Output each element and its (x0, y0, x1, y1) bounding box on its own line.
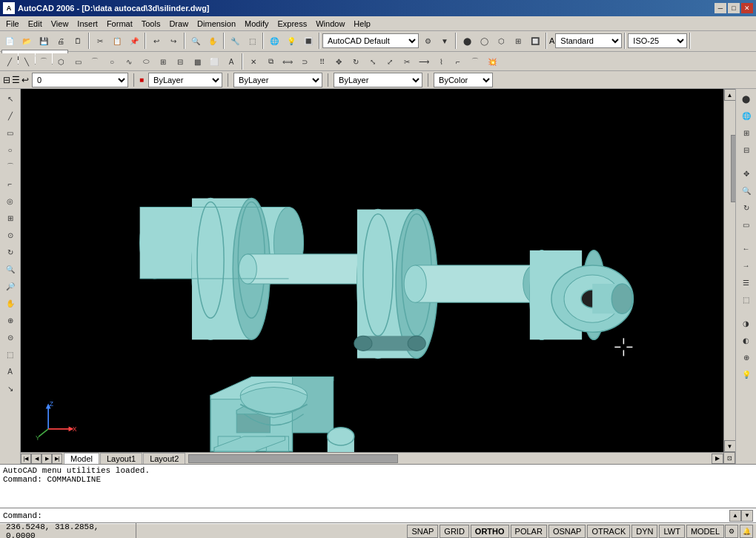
fillet-button[interactable]: ⌒ (467, 53, 483, 70)
right-tool-3[interactable]: ⊞ (738, 124, 755, 141)
print-preview-button[interactable]: 🗒 (70, 33, 86, 49)
linetype-dropdown[interactable]: ByLayer (233, 73, 322, 87)
ortho-button[interactable]: ORTHO (471, 525, 509, 538)
right-tool-16[interactable]: 💡 (738, 366, 755, 382)
layer-dropdown[interactable]: 0 (32, 73, 128, 87)
menu-item-format[interactable]: Format (102, 18, 137, 30)
zoom-button[interactable]: 🔍 (188, 33, 204, 49)
right-tool-6[interactable]: 🔍 (738, 182, 755, 199)
properties-button[interactable]: 🔧 (227, 33, 243, 49)
menu-item-draw[interactable]: Draw (165, 18, 193, 30)
scale-button[interactable]: ⤡ (365, 53, 381, 70)
menu-item-tools[interactable]: Tools (137, 18, 165, 30)
command-input[interactable] (45, 511, 729, 520)
explode-button[interactable]: 💥 (484, 53, 500, 70)
break-button[interactable]: ⌇ (433, 53, 449, 70)
polygon-button[interactable]: ⬡ (53, 53, 69, 70)
move-button[interactable]: ✥ (331, 53, 347, 70)
lineweight-dropdown[interactable]: ByLayer (334, 73, 422, 87)
trim-button[interactable]: ✂ (399, 53, 415, 70)
status-icon-1[interactable]: ⚙ (725, 525, 738, 538)
shade-button[interactable]: 💡 (283, 33, 299, 49)
render-button[interactable]: 🌐 (266, 33, 282, 49)
undo-button[interactable]: ↩ (148, 33, 165, 49)
chamfer-button[interactable]: ⌐ (450, 53, 466, 70)
right-tool-2[interactable]: 🌐 (738, 107, 755, 124)
draw-tool-donut[interactable]: ◎ (2, 193, 19, 209)
draw-tool-circle[interactable]: ○ (2, 142, 19, 158)
workspace-dropdown[interactable]: AutoCAD Default (322, 33, 419, 48)
circle-button[interactable]: ○ (104, 53, 120, 70)
draw-tool-viewpoint[interactable]: ⊝ (2, 329, 19, 345)
menu-item-dimension[interactable]: Dimension (193, 18, 240, 30)
snap-button[interactable]: SNAP (407, 525, 438, 538)
insert-block-button[interactable]: ⊞ (155, 53, 171, 70)
make-block-button[interactable]: ⊟ (172, 53, 188, 70)
draw-tool-ucs[interactable]: ⬚ (2, 346, 19, 362)
stretch-button[interactable]: ⤢ (382, 53, 398, 70)
workspace-btn1[interactable]: ⚙ (420, 33, 436, 49)
erase-button[interactable]: ✕ (245, 53, 262, 70)
draw-tool-text[interactable]: A (2, 363, 19, 379)
layer-previous-icon[interactable]: ↩ (21, 75, 29, 85)
ellipse-button[interactable]: ⬭ (138, 53, 154, 70)
polyline-button[interactable]: ⌒ (36, 53, 52, 70)
draw-tool-rotate[interactable]: ↻ (2, 244, 19, 260)
tab-model[interactable]: Model (64, 453, 99, 464)
otrack-button[interactable]: OTRACK (587, 525, 630, 538)
draw-tool-rect[interactable]: ▭ (2, 124, 19, 141)
draw-tool-zoom-out[interactable]: 🔎 (2, 278, 19, 294)
workspace-btn2[interactable]: ▼ (437, 33, 453, 49)
vscroll-down[interactable]: ▼ (724, 440, 736, 452)
draw-tool-line[interactable]: ╱ (2, 107, 19, 124)
pan-button[interactable]: ✋ (205, 33, 221, 49)
right-tool-13[interactable]: ◑ (738, 315, 755, 331)
draw-tool-arrow[interactable]: ↖ (2, 90, 19, 107)
grid-button[interactable]: GRID (440, 525, 469, 538)
cut-button[interactable]: ✂ (92, 33, 108, 49)
arc-button[interactable]: ⌒ (87, 53, 103, 70)
line-button[interactable]: ╱ (1, 53, 18, 70)
save-button[interactable]: 💾 (36, 33, 52, 49)
toolbar-icon-2[interactable]: ◯ (476, 33, 492, 49)
xline-button[interactable]: ╲ (19, 53, 35, 70)
textstyle-dropdown[interactable]: Standard (555, 33, 622, 48)
print-button[interactable]: 🖨 (53, 33, 69, 49)
hatch-button[interactable]: ▩ (189, 53, 205, 70)
dyn-button[interactable]: DYN (631, 525, 657, 538)
command-scroll-up[interactable]: ▲ (729, 510, 741, 522)
draw-tool-select[interactable]: ↘ (2, 380, 19, 396)
copy-button[interactable]: 📋 (109, 33, 125, 49)
new-button[interactable]: 📄 (1, 33, 18, 49)
draw-tool-arc[interactable]: ⌒ (2, 159, 19, 175)
right-tool-10[interactable]: → (738, 257, 755, 273)
rotate-button[interactable]: ↻ (348, 53, 364, 70)
dimstyle-dropdown[interactable]: ISO-25 (628, 33, 687, 48)
array-button[interactable]: ⠿ (314, 53, 330, 70)
right-tool-9[interactable]: ← (738, 240, 755, 256)
draw-tool-orbit[interactable]: ⊕ (2, 312, 19, 328)
tab-layout2[interactable]: Layout2 (143, 453, 185, 464)
close-button[interactable]: ✕ (741, 3, 753, 13)
tab-next[interactable]: ▶ (42, 454, 52, 464)
viewport[interactable]: Z X Y ▲ ▼ (21, 89, 735, 464)
right-tool-1[interactable]: ⬤ (738, 90, 755, 107)
menu-item-view[interactable]: View (47, 18, 73, 30)
right-tool-5[interactable]: ✥ (738, 165, 755, 182)
paste-button[interactable]: 📌 (126, 33, 142, 49)
vscroll-up[interactable]: ▲ (724, 89, 736, 101)
osnap-button[interactable]: OSNAP (548, 525, 586, 538)
mirror-button[interactable]: ⟺ (279, 53, 296, 70)
right-tool-14[interactable]: ◐ (738, 332, 755, 348)
toolbar-icon-3[interactable]: ⬡ (493, 33, 509, 49)
toolbar-icon-5[interactable]: 🔲 (527, 33, 543, 49)
layer-manager-icon[interactable]: ☰ (12, 75, 20, 85)
tab-last[interactable]: ▶| (52, 454, 62, 464)
right-tool-12[interactable]: ⬚ (738, 291, 755, 308)
right-tool-8[interactable]: ▭ (738, 216, 755, 233)
mtext-button[interactable]: A (223, 53, 239, 70)
right-tool-11[interactable]: ☰ (738, 274, 755, 290)
rect-button[interactable]: ▭ (70, 53, 86, 70)
menu-item-file[interactable]: File (1, 18, 24, 30)
draw-tool-polyline[interactable]: ⌐ (2, 176, 19, 192)
